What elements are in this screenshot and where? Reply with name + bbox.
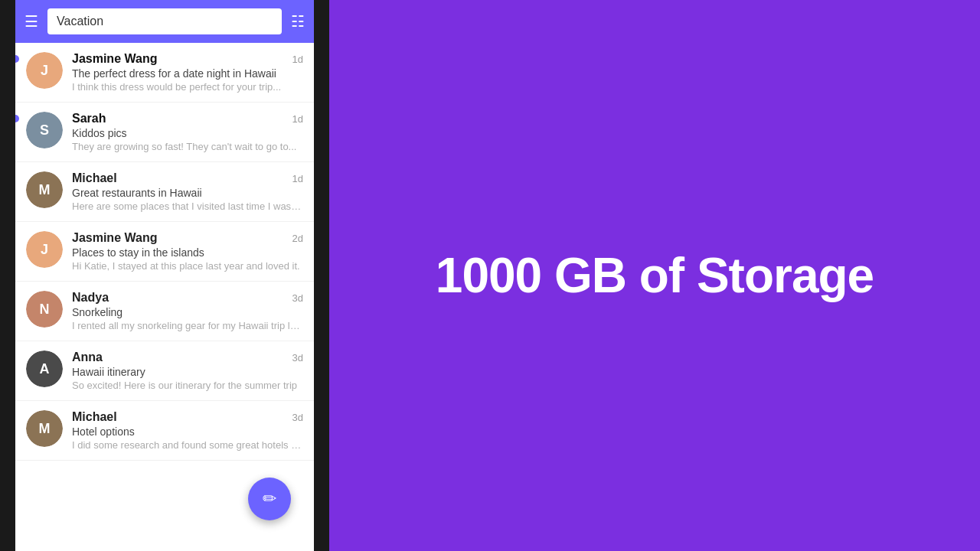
- time-stamp: 1d: [292, 173, 303, 184]
- list-item[interactable]: J Jasmine Wang 1d The perfect dress for …: [15, 43, 314, 103]
- message-subject: Hawaii itinerary: [72, 366, 303, 378]
- message-header: Michael 1d: [72, 171, 303, 185]
- unread-dot: [15, 55, 19, 63]
- list-item[interactable]: M Michael 3d Hotel options I did some re…: [15, 401, 314, 461]
- phone-shell: ☰ ☷ J Jasmine Wang 1d The perfect dress …: [0, 0, 329, 551]
- avatar: S: [26, 112, 63, 148]
- message-content: Jasmine Wang 1d The perfect dress for a …: [72, 52, 303, 93]
- message-preview: They are growing so fast! They can't wai…: [72, 141, 303, 152]
- sender-name: Michael: [72, 171, 117, 185]
- message-content: Jasmine Wang 2d Places to stay in the is…: [72, 231, 303, 272]
- message-content: Anna 3d Hawaii itinerary So excited! Her…: [72, 350, 303, 391]
- time-stamp: 1d: [292, 113, 303, 125]
- time-stamp: 2d: [292, 233, 303, 244]
- list-item[interactable]: N Nadya 3d Snorkeling I rented all my sn…: [15, 282, 314, 341]
- search-bar: ☰ ☷: [15, 0, 314, 43]
- sender-name: Michael: [72, 410, 117, 424]
- list-item[interactable]: M Michael 1d Great restaurants in Hawaii…: [15, 162, 314, 222]
- time-stamp: 3d: [292, 292, 303, 304]
- avatar: A: [26, 350, 63, 387]
- avatar: M: [26, 410, 63, 447]
- message-header: Jasmine Wang 1d: [72, 52, 303, 66]
- sender-name: Anna: [72, 350, 103, 364]
- list-item[interactable]: A Anna 3d Hawaii itinerary So excited! H…: [15, 341, 314, 401]
- message-header: Michael 3d: [72, 410, 303, 424]
- sender-name: Sarah: [72, 112, 106, 126]
- message-subject: Hotel options: [72, 425, 303, 438]
- sender-name: Jasmine Wang: [72, 231, 157, 245]
- message-header: Sarah 1d: [72, 112, 303, 126]
- message-preview: So excited! Here is our itinerary for th…: [72, 380, 303, 391]
- avatar: M: [26, 171, 63, 208]
- message-preview: Hi Katie, I stayed at this place last ye…: [72, 260, 303, 272]
- message-list: J Jasmine Wang 1d The perfect dress for …: [15, 43, 314, 551]
- message-content: Michael 3d Hotel options I did some rese…: [72, 410, 303, 451]
- time-stamp: 1d: [292, 54, 303, 65]
- avatar: J: [26, 52, 63, 89]
- message-subject: Places to stay in the islands: [72, 246, 303, 259]
- unread-dot: [15, 115, 19, 122]
- compose-fab[interactable]: ✏: [248, 478, 291, 520]
- message-header: Jasmine Wang 2d: [72, 231, 303, 245]
- hamburger-icon[interactable]: ☰: [24, 12, 38, 31]
- message-subject: The perfect dress for a date night in Ha…: [72, 67, 303, 80]
- message-subject: Snorkeling: [72, 306, 303, 318]
- compose-icon: ✏: [263, 489, 276, 509]
- message-header: Nadya 3d: [72, 291, 303, 305]
- sender-name: Nadya: [72, 291, 109, 305]
- message-header: Anna 3d: [72, 350, 303, 364]
- message-preview: Here are some places that I visited last…: [72, 201, 303, 212]
- phone-screen: ☰ ☷ J Jasmine Wang 1d The perfect dress …: [15, 0, 314, 551]
- message-content: Michael 1d Great restaurants in Hawaii H…: [72, 171, 303, 212]
- list-icon[interactable]: ☷: [291, 12, 305, 31]
- message-subject: Great restaurants in Hawaii: [72, 187, 303, 199]
- search-input[interactable]: [47, 8, 282, 34]
- message-content: Sarah 1d Kiddos pics They are growing so…: [72, 112, 303, 152]
- list-item[interactable]: J Jasmine Wang 2d Places to stay in the …: [15, 222, 314, 282]
- message-preview: I did some research and found some great…: [72, 439, 303, 451]
- message-preview: I think this dress would be perfect for …: [72, 81, 303, 93]
- time-stamp: 3d: [292, 352, 303, 364]
- time-stamp: 3d: [292, 412, 303, 423]
- right-panel: 1000 GB of Storage: [329, 216, 980, 336]
- sender-name: Jasmine Wang: [72, 52, 157, 66]
- message-content: Nadya 3d Snorkeling I rented all my snor…: [72, 291, 303, 331]
- avatar: J: [26, 231, 63, 268]
- message-subject: Kiddos pics: [72, 127, 303, 139]
- list-item[interactable]: S Sarah 1d Kiddos pics They are growing …: [15, 103, 314, 162]
- avatar: N: [26, 291, 63, 328]
- message-preview: I rented all my snorkeling gear for my H…: [72, 320, 303, 331]
- storage-headline: 1000 GB of Storage: [436, 246, 874, 305]
